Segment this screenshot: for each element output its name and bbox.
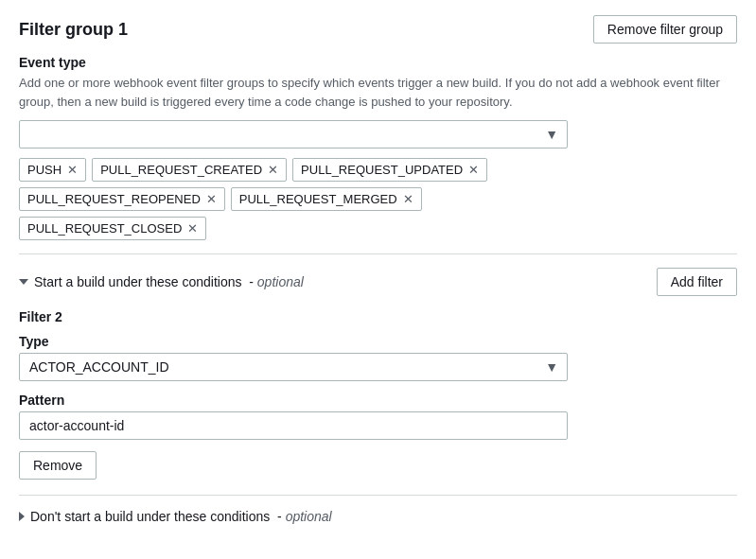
start-conditions-toggle[interactable]: Start a build under these conditions - o…	[19, 274, 304, 289]
type-label: Type	[19, 334, 737, 349]
tag-pull-request-updated: PULL_REQUEST_UPDATED ✕	[292, 158, 487, 182]
event-type-description: Add one or more webhook event filter gro…	[19, 74, 737, 111]
type-select[interactable]: ACTOR_ACCOUNT_ID HEAD_REF BASE_REF FILE_…	[19, 353, 568, 381]
filter-2-section: Filter 2 Type ACTOR_ACCOUNT_ID HEAD_REF …	[19, 309, 737, 480]
event-type-section: Event type Add one or more webhook event…	[19, 55, 737, 240]
tag-pull-request-merged-remove[interactable]: ✕	[403, 193, 413, 205]
tag-pull-request-closed: PULL_REQUEST_CLOSED ✕	[19, 217, 206, 240]
pattern-field-group: Pattern	[19, 393, 737, 440]
divider-1	[19, 253, 737, 254]
tag-pull-request-reopened: PULL_REQUEST_REOPENED ✕	[19, 187, 225, 211]
add-filter-button[interactable]: Add filter	[657, 268, 737, 296]
dont-start-conditions-toggle[interactable]: Don't start a build under these conditio…	[19, 509, 737, 524]
event-tags-row: PUSH ✕ PULL_REQUEST_CREATED ✕ PULL_REQUE…	[19, 158, 737, 182]
event-type-select[interactable]: PUSH PULL_REQUEST_CREATED PULL_REQUEST_U…	[19, 120, 568, 148]
dont-start-conditions-optional: optional	[286, 509, 332, 524]
start-conditions-label: Start a build under these conditions	[34, 274, 241, 289]
pattern-input[interactable]	[19, 411, 568, 440]
start-conditions-optional: optional	[257, 274, 304, 289]
dont-start-conditions-label: Don't start a build under these conditio…	[30, 509, 270, 524]
tag-pull-request-closed-label: PULL_REQUEST_CLOSED	[27, 221, 182, 236]
tag-pull-request-closed-remove[interactable]: ✕	[187, 222, 198, 235]
divider-2	[19, 495, 737, 496]
tag-pull-request-updated-label: PULL_REQUEST_UPDATED	[301, 163, 463, 177]
tag-pull-request-created-label: PULL_REQUEST_CREATED	[100, 163, 262, 177]
type-select-container: ACTOR_ACCOUNT_ID HEAD_REF BASE_REF FILE_…	[19, 353, 568, 381]
start-conditions-row: Start a build under these conditions - o…	[19, 268, 737, 296]
filter-group-title: Filter group 1	[19, 20, 128, 40]
pattern-label: Pattern	[19, 393, 737, 408]
event-type-dropdown-container: PUSH PULL_REQUEST_CREATED PULL_REQUEST_U…	[19, 120, 737, 148]
remove-filter-group-button[interactable]: Remove filter group	[593, 15, 737, 44]
dont-start-conditions-text: Don't start a build under these conditio…	[30, 509, 332, 524]
tag-pull-request-created-remove[interactable]: ✕	[268, 164, 278, 176]
tag-pull-request-merged-label: PULL_REQUEST_MERGED	[239, 192, 397, 206]
event-tags-row-3: PULL_REQUEST_CLOSED ✕	[19, 217, 737, 240]
tag-pull-request-reopened-label: PULL_REQUEST_REOPENED	[27, 192, 201, 206]
triangle-right-icon	[19, 512, 25, 521]
tag-pull-request-merged: PULL_REQUEST_MERGED ✕	[231, 187, 422, 211]
tag-push-label: PUSH	[27, 163, 62, 177]
tag-push: PUSH ✕	[19, 158, 86, 182]
event-type-label: Event type	[19, 55, 737, 70]
tag-pull-request-updated-remove[interactable]: ✕	[468, 164, 479, 176]
type-field-group: Type ACTOR_ACCOUNT_ID HEAD_REF BASE_REF …	[19, 334, 737, 381]
tag-pull-request-reopened-remove[interactable]: ✕	[206, 193, 217, 205]
triangle-down-icon	[19, 279, 28, 285]
tag-pull-request-created: PULL_REQUEST_CREATED ✕	[92, 158, 287, 182]
filter-2-title: Filter 2	[19, 309, 737, 324]
start-conditions-text: Start a build under these conditions - o…	[34, 274, 304, 289]
filter-group-header: Filter group 1 Remove filter group	[19, 15, 737, 44]
event-tags-row-2: PULL_REQUEST_REOPENED ✕ PULL_REQUEST_MER…	[19, 187, 737, 211]
tag-push-remove[interactable]: ✕	[67, 164, 78, 176]
remove-filter-button[interactable]: Remove	[19, 451, 97, 480]
